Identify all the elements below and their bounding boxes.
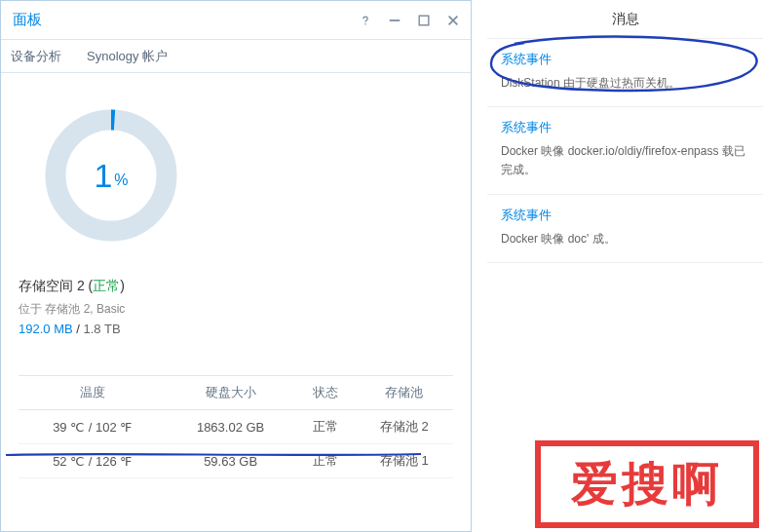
volume-size: 192.0 MB / 1.8 TB: [19, 322, 453, 336]
message-event-label: 系统事件: [501, 51, 749, 68]
col-size: 硬盘大小: [166, 376, 294, 410]
message-body: Docker 映像 doc' 成。: [501, 230, 749, 248]
cell-size: 1863.02 GB: [166, 410, 294, 444]
tab-synology-account[interactable]: Synology 帐户: [83, 48, 172, 65]
cell-temp: 39 ℃ / 102 ℉: [19, 410, 166, 444]
col-pool: 存储池: [355, 376, 453, 410]
window-title: 面板: [13, 11, 42, 29]
usage-unit: %: [114, 171, 128, 189]
usage-chart-wrap: 1 %: [19, 102, 453, 248]
tab-device-analysis[interactable]: 设备分析: [7, 48, 65, 65]
volume-total: 1.8 TB: [84, 322, 121, 336]
disk-table: 温度 硬盘大小 状态 存储池 39 ℃ / 102 ℉ 1863.02 GB 正…: [19, 375, 453, 478]
usage-number: 1: [94, 157, 112, 195]
cell-size: 59.63 GB: [166, 444, 294, 478]
close-icon[interactable]: [445, 13, 461, 28]
table-header-row: 温度 硬盘大小 状态 存储池: [19, 376, 453, 410]
volume-used: 192.0 MB: [19, 322, 73, 336]
message-body: Docker 映像 docker.io/oldiy/firefox-enpass…: [501, 142, 749, 179]
window-titlebar: 面板: [1, 1, 471, 40]
cell-pool: 存储池 2: [355, 410, 453, 444]
cell-temp: 52 ℃ / 126 ℉: [19, 444, 166, 478]
window-controls: [358, 13, 461, 28]
svg-rect-1: [390, 19, 401, 21]
cell-status: 正常: [295, 410, 356, 444]
panel-content: 1 % 存储空间 2 (正常) 位于 存储池 2, Basic 192.0 MB…: [1, 73, 471, 478]
cell-pool: 存储池 1: [355, 444, 453, 478]
maximize-icon[interactable]: [416, 13, 432, 28]
help-icon[interactable]: [358, 13, 373, 28]
table-row[interactable]: 39 ℃ / 102 ℉ 1863.02 GB 正常 存储池 2: [19, 410, 453, 444]
col-status: 状态: [295, 376, 356, 410]
usage-donut-chart: 1 %: [38, 102, 184, 248]
cell-status: 正常: [295, 444, 356, 478]
svg-rect-2: [419, 16, 429, 25]
col-temp: 温度: [19, 376, 166, 410]
messages-title: 消息: [487, 0, 763, 39]
message-body: DiskStation 由于硬盘过热而关机。: [501, 74, 749, 93]
storage-panel-window: 面板 设备分析 Synology 帐户: [0, 0, 472, 532]
svg-point-0: [364, 22, 366, 24]
minimize-icon[interactable]: [387, 13, 402, 28]
volume-location: 位于 存储池 2, Basic: [19, 301, 453, 318]
messages-panel: 消息 系统事件 DiskStation 由于硬盘过热而关机。 系统事件 Dock…: [487, 0, 763, 532]
message-event-label: 系统事件: [501, 207, 749, 224]
volume-status: 正常: [93, 278, 120, 293]
volume-title: 存储空间 2 (正常): [19, 278, 453, 295]
message-event-label: 系统事件: [501, 119, 749, 136]
volume-name: 存储空间 2: [19, 278, 85, 293]
table-row[interactable]: 52 ℃ / 126 ℉ 59.63 GB 正常 存储池 1: [19, 444, 453, 478]
message-item[interactable]: 系统事件 Docker 映像 docker.io/oldiy/firefox-e…: [487, 107, 763, 194]
usage-value: 1 %: [38, 102, 184, 248]
message-item[interactable]: 系统事件 DiskStation 由于硬盘过热而关机。: [487, 39, 763, 107]
message-item[interactable]: 系统事件 Docker 映像 doc' 成。: [487, 195, 763, 263]
tab-bar: 设备分析 Synology 帐户: [1, 40, 471, 73]
volume-info: 存储空间 2 (正常) 位于 存储池 2, Basic 192.0 MB / 1…: [19, 278, 453, 336]
